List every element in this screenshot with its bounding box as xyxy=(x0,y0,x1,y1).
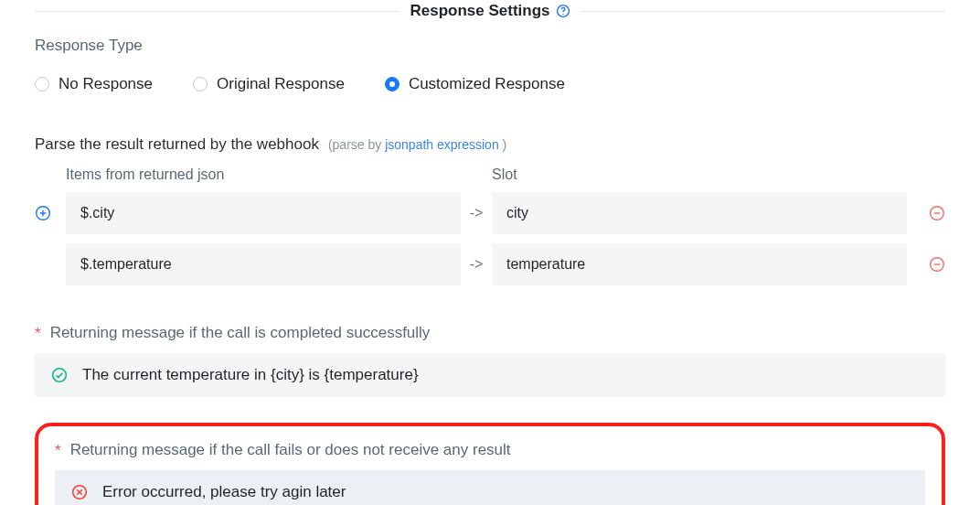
remove-row-button[interactable] xyxy=(929,205,945,221)
parse-sub-suffix: ) xyxy=(499,137,507,152)
required-icon: * xyxy=(35,326,41,341)
parse-sub: (parse by jsonpath expression ) xyxy=(328,137,506,152)
item-value: $.city xyxy=(80,205,114,221)
slot-value: temperature xyxy=(506,256,585,273)
arrow-icon: -> xyxy=(461,205,492,221)
radio-label: Original Response xyxy=(217,75,345,93)
divider xyxy=(35,11,400,12)
table-row: $.temperature -> temperature xyxy=(35,243,945,285)
parse-label-row: Parse the result returned by the webhook… xyxy=(35,135,945,154)
radio-label: No Response xyxy=(59,75,153,93)
error-circle-icon xyxy=(71,484,88,500)
radio-customized-response[interactable]: Customized Response xyxy=(385,75,565,93)
radio-original-response[interactable]: Original Response xyxy=(193,75,345,93)
failure-message-value: Error occurred, please try agin later xyxy=(102,483,346,501)
table-row: $.city -> city xyxy=(35,192,945,234)
section-title: Response Settings xyxy=(410,2,549,20)
parse-sub-prefix: (parse by xyxy=(328,137,385,152)
check-circle-icon xyxy=(51,367,68,383)
parse-label: Parse the result returned by the webhook xyxy=(35,135,319,154)
item-input[interactable]: $.temperature xyxy=(66,243,461,285)
radio-control xyxy=(193,77,208,91)
failure-message-input[interactable]: Error occurred, please try agin later xyxy=(55,470,925,505)
add-row-button[interactable] xyxy=(35,205,51,221)
column-header-items: Items from returned json xyxy=(66,167,461,183)
parse-table: Items from returned json Slot $.city -> … xyxy=(35,167,945,285)
jsonpath-link[interactable]: jsonpath expression xyxy=(385,137,499,152)
slot-value: city xyxy=(506,205,528,221)
response-type-label: Response Type xyxy=(35,37,945,55)
arrow-icon: -> xyxy=(461,256,492,273)
failure-highlight-box: * Returning message if the call fails or… xyxy=(35,423,945,505)
success-message-value: The current temperature in {city} is {te… xyxy=(82,366,419,384)
column-header-slot: Slot xyxy=(492,167,945,183)
svg-point-5 xyxy=(53,369,67,382)
radio-no-response[interactable]: No Response xyxy=(35,75,153,93)
help-icon[interactable] xyxy=(556,4,570,18)
failure-message-label: Returning message if the call fails or d… xyxy=(70,441,511,459)
divider xyxy=(580,11,945,12)
item-value: $.temperature xyxy=(80,256,172,273)
slot-input[interactable]: temperature xyxy=(492,243,907,285)
section-legend: Response Settings xyxy=(35,2,945,20)
svg-point-1 xyxy=(562,14,563,15)
radio-control xyxy=(35,77,49,91)
slot-input[interactable]: city xyxy=(492,192,907,234)
success-message-label: Returning message if the call is complet… xyxy=(50,324,431,342)
success-message-field: * Returning message if the call is compl… xyxy=(35,324,945,397)
radio-control xyxy=(385,77,399,91)
success-message-input[interactable]: The current temperature in {city} is {te… xyxy=(35,353,945,397)
item-input[interactable]: $.city xyxy=(66,192,461,234)
response-type-radio-group: No Response Original Response Customized… xyxy=(35,75,945,93)
radio-label: Customized Response xyxy=(409,75,565,93)
required-icon: * xyxy=(55,443,61,458)
remove-row-button[interactable] xyxy=(929,256,945,273)
